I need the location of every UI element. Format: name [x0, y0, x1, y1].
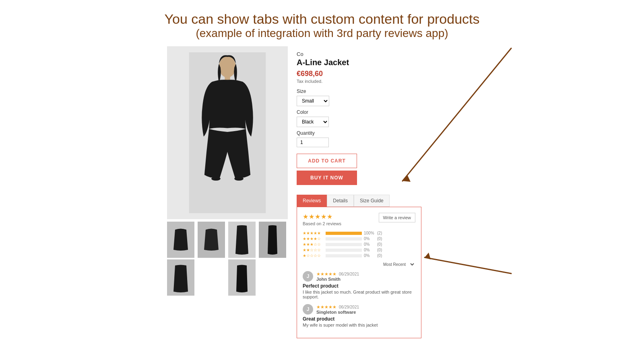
tab-size-guide[interactable]: Size Guide [354, 195, 390, 207]
rating-bar-3: ★★★☆☆ 0% (0) [303, 242, 415, 247]
main-product-image [167, 46, 288, 219]
product-info: Co A-Line Jacket €698,60 Tax included. S… [297, 46, 425, 338]
tab-reviews[interactable]: Reviews [297, 195, 327, 207]
review-item-2: J ★★★★★ 06/29/2021 Singleton software Gr… [303, 304, 415, 327]
color-select[interactable]: Black White [297, 117, 329, 127]
color-label: Color [297, 109, 425, 115]
reviews-panel: ★★★★★ Based on 2 reviews Write a review … [297, 207, 421, 338]
svg-point-1 [219, 56, 236, 78]
thumbnail-5[interactable] [167, 259, 194, 296]
write-review-button[interactable]: Write a review [379, 213, 415, 222]
based-on: Based on 2 reviews [303, 221, 341, 226]
size-label: Size [297, 88, 425, 94]
review-date-2: 06/29/2021 [339, 305, 359, 309]
quantity-label: Quantity [297, 130, 425, 136]
rating-bars: ★★★★★ 100% (2) ★★★★☆ 0% (0) ★★★☆☆ [303, 231, 415, 258]
page-wrapper: You can show tabs with custom content fo… [0, 0, 644, 362]
thumbnail-3[interactable] [228, 222, 256, 258]
review-date-1: 06/29/2021 [339, 272, 359, 276]
tabs-header: Reviews Details Size Guide [297, 195, 421, 207]
thumbnail-grid-1 [167, 222, 288, 258]
review-title-2: Great product [303, 316, 415, 322]
review-stars-1: ★★★★★ [316, 272, 336, 277]
buy-it-now-button[interactable]: BUY IT NOW [297, 171, 357, 185]
product-images [167, 46, 288, 338]
thumbnail-1[interactable] [167, 222, 194, 258]
svg-point-4 [234, 177, 244, 181]
review-stars-2: ★★★★★ [316, 304, 336, 310]
thumbnail-grid-2 [167, 259, 288, 296]
reviews-overall: ★★★★★ Based on 2 reviews [303, 213, 341, 226]
overall-stars: ★★★★★ [303, 213, 341, 220]
header-subtitle: (example of integration with 3rd party r… [0, 27, 644, 40]
product-price: €698,60 [297, 70, 425, 78]
thumbnail-6[interactable] [228, 259, 256, 296]
review-body-2: My wife is super model with this jacket [303, 323, 415, 327]
quantity-input[interactable] [297, 138, 329, 147]
rating-bar-5: ★★★★★ 100% (2) [303, 231, 415, 235]
tab-details[interactable]: Details [327, 195, 354, 207]
rating-bar-4: ★★★★☆ 0% (0) [303, 237, 415, 241]
tabs-container: Reviews Details Size Guide ★★★★★ Based o… [297, 195, 421, 338]
rating-bar-2: ★★☆☆☆ 0% (0) [303, 248, 415, 252]
header-title: You can show tabs with custom content fo… [0, 11, 644, 27]
add-to-cart-button[interactable]: ADD TO CART [297, 154, 357, 168]
thumbnail-2[interactable] [198, 222, 225, 258]
reviewer-avatar-1: J [303, 271, 313, 282]
sort-select[interactable]: Most Recent Highest Rated Lowest Rated [382, 262, 415, 267]
reviewer-avatar-2: J [303, 304, 313, 315]
review-body-1: I like this jacket so much. Great produc… [303, 290, 415, 299]
product-tax: Tax included. [297, 79, 425, 84]
reviews-summary: ★★★★★ Based on 2 reviews Write a review [303, 213, 415, 226]
product-area: Co A-Line Jacket €698,60 Tax included. S… [167, 46, 644, 338]
size-select[interactable]: Small Medium Large [297, 96, 329, 106]
header: You can show tabs with custom content fo… [0, 0, 644, 46]
sort-row: Most Recent Highest Rated Lowest Rated [303, 262, 415, 267]
reviewer-name-1: John Smith [316, 277, 359, 282]
reviewer-name-2: Singleton software [316, 310, 359, 315]
rating-bar-1: ★☆☆☆☆ 0% (0) [303, 253, 415, 258]
svg-point-3 [211, 177, 221, 181]
product-brand: Co [297, 51, 425, 57]
thumbnail-4[interactable] [259, 222, 286, 258]
review-item-1: J ★★★★★ 06/29/2021 John Smith Perfect pr… [303, 271, 415, 299]
review-title-1: Perfect product [303, 283, 415, 289]
product-name: A-Line Jacket [297, 58, 425, 67]
